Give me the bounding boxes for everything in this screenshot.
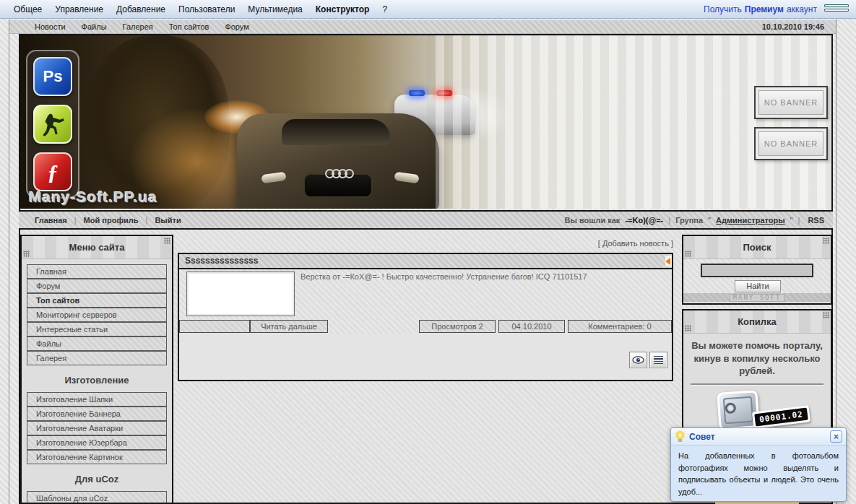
menu-item-pictures-making[interactable]: Изготовление Картинок	[27, 450, 167, 464]
admin-menu-item[interactable]: Мультимедиа	[241, 4, 308, 14]
header-app-icons: Ps ƒ	[26, 50, 79, 199]
lightbulb-icon	[676, 431, 684, 442]
user-bar: Главная | Мой профиль | Выйти Вы вошли к…	[19, 210, 833, 230]
username: -=Ko)(@=-	[625, 216, 663, 225]
news-text: Верстка от -=КоХ@=- ! Быстро качественно…	[301, 272, 666, 281]
read-more-link[interactable]: Читать дальше	[250, 320, 328, 333]
site-nav-item[interactable]: Файлы	[74, 22, 115, 31]
making-section-title: Изготовление	[22, 375, 172, 386]
datetime: 10.10.2010 19:46	[762, 22, 829, 31]
separator: |	[668, 216, 670, 225]
add-news-link[interactable]: [ Добавить новость ]	[598, 239, 673, 248]
tip-title: Совет	[689, 432, 715, 442]
search-body: Найти	[683, 259, 831, 293]
premium-suffix: аккаунт	[787, 4, 817, 14]
site-logo-text: Many-Soft.PP.ua	[29, 188, 157, 206]
car-headlight	[394, 172, 419, 184]
car-headlight	[261, 172, 286, 184]
site-nav-item[interactable]: Галерея	[115, 22, 161, 31]
site-menu: Главная Форум Топ сайтов Мониторинг серв…	[27, 264, 167, 365]
visibility-eye-button[interactable]	[629, 352, 647, 368]
no-banner-placeholder: NO BANNER	[758, 131, 823, 156]
search-block-header: Поиск	[683, 236, 831, 259]
admin-menu-item[interactable]: Пользователи	[172, 4, 241, 14]
drag-handle-icon[interactable]	[164, 238, 170, 244]
banner-slot: NO BANNER	[754, 127, 828, 160]
tip-close-button[interactable]: ×	[830, 430, 842, 443]
frame-left-line	[9, 19, 9, 504]
admin-bar: Общее Управление Добавление Пользователи…	[0, 0, 856, 19]
flash-icon: ƒ	[33, 152, 72, 191]
search-find-button[interactable]: Найти	[735, 280, 781, 292]
left-sidebar: Меню сайта Главная Форум Топ сайтов Мони…	[20, 235, 173, 504]
userbar-link-home[interactable]: Главная	[27, 216, 74, 225]
news-post-title: Sssssssssssssss	[179, 254, 672, 269]
drag-handle-icon[interactable]	[685, 325, 691, 331]
site-nav-bar: Новости Файлы Галерея Топ сайтов Форум 1…	[9, 20, 836, 34]
views-count: Просмотров 2	[419, 320, 496, 333]
userbar-link-logout[interactable]: Выйти	[147, 216, 188, 225]
banner-slot: NO BANNER	[754, 86, 828, 119]
admin-menu-item[interactable]: Добавление	[110, 4, 172, 14]
audi-car-artwork	[237, 113, 439, 209]
menu-item-articles[interactable]: Интересные статьи	[27, 322, 167, 336]
menu-item-home[interactable]: Главная	[27, 264, 167, 279]
admin-quick-buttons	[629, 352, 667, 368]
search-title: Поиск	[743, 242, 771, 253]
menu-item-monitoring[interactable]: Мониторинг серверов	[27, 308, 167, 322]
menu-block-header: Меню сайта	[22, 236, 172, 259]
ucoz-section-title: Для uCoz	[22, 474, 172, 485]
menu-item-avatar-making[interactable]: Изготовление Аватарки	[27, 421, 167, 435]
ucoz-menu: Шаблоны для uCoz	[27, 491, 167, 504]
admin-menu-item-help[interactable]: ?	[376, 4, 394, 14]
group-link[interactable]: Администраторы	[716, 216, 785, 225]
menu-item-userbar-making[interactable]: Изготовление Юзербара	[27, 435, 167, 450]
rss-link[interactable]: RSS	[805, 216, 824, 225]
menu-item-ucoz-templates[interactable]: Шаблоны для uCoz	[27, 491, 167, 504]
no-banner-placeholder: NO BANNER	[758, 90, 823, 115]
admin-menu-item[interactable]: Управление	[48, 4, 110, 14]
moneybox-block: Копилка Вы можете помочь порталу, кинув …	[682, 309, 832, 436]
menu-item-gallery[interactable]: Галерея	[27, 351, 167, 365]
news-image-placeholder	[186, 271, 295, 316]
counter-strike-icon	[33, 105, 72, 144]
header-stripe-pattern	[427, 35, 831, 209]
premium-prefix: Получить	[704, 4, 742, 14]
photoshop-icon: Ps	[33, 57, 72, 96]
menu-item-header-making[interactable]: Изготовление Шапки	[27, 392, 167, 407]
site-nav-item[interactable]: Топ сайтов	[161, 22, 217, 31]
menu-item-files[interactable]: Файлы	[27, 336, 167, 351]
constructor-marker-icon[interactable]	[665, 256, 672, 266]
menu-item-forum[interactable]: Форум	[27, 279, 167, 293]
tip-popup: Совет × На добавленных в фотоальбом фото…	[670, 427, 847, 502]
premium-account-link[interactable]: Получить Премиум аккаунт	[704, 4, 817, 14]
news-post-footer: Читать дальше Просмотров 2 04.10.2010 Ко…	[179, 320, 672, 334]
admin-menu-item[interactable]: Общее	[7, 4, 48, 14]
drag-handle-icon[interactable]	[823, 312, 829, 318]
quote: "	[708, 216, 711, 225]
userbar-link-profile[interactable]: Мой профиль	[77, 216, 146, 225]
brand-text: MANY-SOFT	[730, 294, 785, 302]
separator: |	[798, 216, 800, 225]
news-post-body: Верстка от -=КоХ@=- ! Быстро качественно…	[179, 269, 672, 320]
car-grille	[303, 173, 373, 198]
menu-item-top-sites[interactable]: Топ сайтов	[27, 293, 167, 308]
drag-handle-icon[interactable]	[23, 251, 30, 257]
tip-popup-header: Совет ×	[671, 428, 846, 446]
search-input[interactable]	[701, 264, 813, 277]
news-footer-empty-cell	[179, 320, 250, 333]
menu-title: Меню сайта	[69, 242, 125, 253]
panel-toggle-icon[interactable]	[824, 4, 849, 14]
screen: Общее Управление Добавление Пользователи…	[0, 0, 856, 504]
login-status: Вы вошли как -=Ko)(@=- | Группа "Админис…	[565, 216, 824, 225]
edit-list-button[interactable]	[649, 352, 667, 368]
car-windshield	[282, 119, 390, 145]
menu-item-banner-making[interactable]: Изготовление Баннера	[27, 407, 167, 421]
drag-handle-icon[interactable]	[685, 251, 691, 257]
site-nav-item[interactable]: Форум	[217, 22, 256, 31]
drag-handle-icon[interactable]	[823, 238, 829, 244]
site-nav-item[interactable]: Новости	[27, 22, 74, 31]
admin-menu-item-constructor[interactable]: Конструктор	[309, 4, 376, 14]
quote: "	[790, 216, 793, 225]
eye-icon	[632, 356, 644, 364]
